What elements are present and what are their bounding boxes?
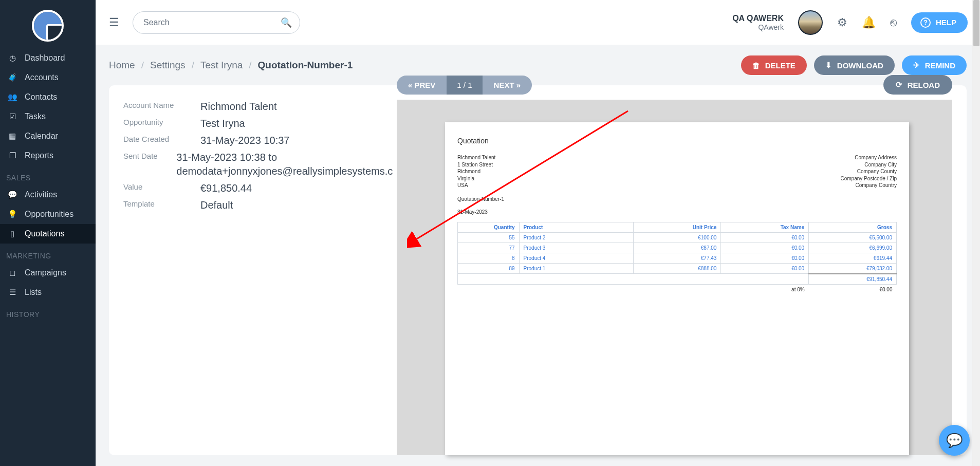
prev-page-button[interactable]: « PREV (397, 76, 447, 95)
doc-date: 31-May-2023 (457, 209, 897, 215)
help-label: HELP (936, 18, 956, 27)
settings-icon[interactable]: ⚙ (837, 16, 847, 29)
window-scrollbar[interactable] (972, 0, 980, 466)
nav-calendar[interactable]: ▦Calendar (0, 126, 96, 146)
nav-label: Dashboard (25, 53, 65, 63)
nav-campaigns[interactable]: ◻Campaigns (0, 263, 96, 283)
quotation-card: Account NameRichmond Talent OpportunityT… (109, 85, 967, 455)
label-template: Template (123, 198, 200, 208)
button-label: DELETE (765, 61, 796, 70)
page-body: Home/ Settings/ Test Iryna/ Quotation-Nu… (96, 45, 980, 466)
nav-reports[interactable]: ❐Reports (0, 146, 96, 165)
nav-tasks[interactable]: ☑Tasks (0, 107, 96, 126)
button-label: RELOAD (908, 81, 940, 89)
doc-number: Quotation-Number-1 (457, 196, 897, 202)
next-page-button[interactable]: NEXT » (483, 76, 532, 95)
nav-label: Calendar (25, 132, 58, 141)
addr-line: Company Postcode / Zip (841, 175, 897, 182)
line-item: 55Product 2€100.00€0.00€5,500.00 (458, 232, 897, 243)
topbar: ☰ 🔍 QA QAWERK QAwerk ⚙ 🔔 ⎋ ?HELP (96, 0, 980, 45)
help-button[interactable]: ?HELP (911, 12, 968, 33)
tax-row: at 0%€0.00 (458, 284, 897, 294)
label-sent: Sent Date (123, 151, 176, 160)
col-gross: Gross (809, 222, 897, 232)
delete-button[interactable]: 🗑DELETE (741, 55, 807, 75)
nav-contacts[interactable]: 👥Contacts (0, 87, 96, 107)
sidebar: ◷Dashboard 🧳Accounts 👥Contacts ☑Tasks ▦C… (0, 0, 96, 466)
line-item: 8Product 4€77.43€0.00€619.44 (458, 253, 897, 263)
list-icon: ☰ (7, 288, 17, 297)
search-icon[interactable]: 🔍 (281, 17, 292, 28)
addr-line: 1 Station Street (457, 161, 495, 169)
nav-section-history: HISTORY (0, 302, 96, 322)
breadcrumb-opp[interactable]: Test Iryna (200, 60, 243, 71)
value-template: Default (200, 198, 233, 212)
line-item: 89Product 1€888.00€0.00€79,032.00 (458, 263, 897, 274)
value-sent: 31-May-2023 10:38 to demodata+jonnyxjone… (176, 151, 397, 178)
nav-label: Tasks (25, 112, 46, 121)
file-icon: ❐ (7, 151, 17, 160)
breadcrumb: Home/ Settings/ Test Iryna/ Quotation-Nu… (109, 60, 353, 71)
doc-icon: ▯ (7, 229, 17, 238)
doc-line-items: Quantity Product Unit Price Tax Name Gro… (457, 222, 897, 294)
send-icon: ✈ (913, 61, 920, 70)
doc-company-address: Company Address Company City Company Cou… (841, 154, 897, 189)
button-label: DOWNLOAD (837, 61, 883, 70)
download-icon: ⬇ (825, 61, 832, 70)
bulb-icon: 💡 (7, 210, 17, 219)
search-input[interactable] (133, 11, 300, 34)
pager: « PREV 1 / 1 NEXT » (397, 76, 532, 95)
document-preview[interactable]: Quotation Richmond Talent 1 Station Stre… (445, 122, 909, 455)
nav-dashboard[interactable]: ◷Dashboard (0, 48, 96, 68)
reload-button[interactable]: ⟳RELOAD (883, 75, 952, 95)
col-unit: Unit Price (633, 222, 721, 232)
col-product: Product (519, 222, 633, 232)
addr-line: Company County (841, 168, 897, 175)
download-button[interactable]: ⬇DOWNLOAD (814, 55, 895, 75)
breadcrumb-current: Quotation-Number-1 (258, 60, 353, 71)
value-created: 31-May-2023 10:37 (200, 134, 289, 147)
nav-label: Quotations (25, 229, 64, 238)
question-icon: ? (920, 17, 931, 28)
nav-label: Campaigns (25, 268, 66, 277)
nav-label: Reports (25, 151, 53, 160)
nav-quotations[interactable]: ▯Quotations (0, 224, 96, 244)
primary-nav: ◷Dashboard 🧳Accounts 👥Contacts ☑Tasks ▦C… (0, 48, 96, 322)
breadcrumb-settings[interactable]: Settings (150, 60, 186, 71)
breadcrumb-home[interactable]: Home (109, 60, 135, 71)
nav-label: Accounts (25, 73, 59, 82)
addr-line: Richmond (457, 168, 495, 175)
subtotal-gross: €91,850.44 (809, 274, 897, 285)
bell-icon[interactable]: 🔔 (862, 16, 876, 29)
user-name: QA QAWERK (732, 13, 784, 23)
nav-lists[interactable]: ☰Lists (0, 283, 96, 302)
nav-label: Activities (25, 190, 57, 199)
user-block[interactable]: QA QAWERK QAwerk (732, 13, 784, 32)
user-org: QAwerk (732, 23, 784, 32)
preview-panel: « PREV 1 / 1 NEXT » ⟳RELOAD Quotation Ri… (397, 100, 952, 455)
addr-line: Virginia (457, 175, 495, 182)
menu-toggle[interactable]: ☰ (105, 12, 123, 33)
nav-accounts[interactable]: 🧳Accounts (0, 68, 96, 87)
logout-icon[interactable]: ⎋ (890, 16, 897, 29)
addr-line: Company Country (841, 182, 897, 189)
nav-label: Contacts (25, 92, 57, 102)
comment-icon: 💬 (7, 190, 17, 199)
remind-button[interactable]: ✈REMIND (902, 55, 967, 75)
gauge-icon: ◷ (7, 53, 17, 63)
search-wrap: 🔍 (133, 11, 300, 34)
nav-label: Lists (25, 288, 42, 297)
app-logo (0, 7, 96, 44)
col-tax: Tax Name (721, 222, 809, 232)
briefcase-icon: 🧳 (7, 73, 17, 82)
addr-line: Company Address (841, 154, 897, 161)
value-account: Richmond Talent (200, 100, 277, 114)
main-pane: ☰ 🔍 QA QAWERK QAwerk ⚙ 🔔 ⎋ ?HELP (96, 0, 980, 466)
chat-fab[interactable]: 💬 (939, 425, 970, 456)
nav-opportunities[interactable]: 💡Opportunities (0, 204, 96, 224)
avatar[interactable] (798, 10, 823, 35)
nav-activities[interactable]: 💬Activities (0, 185, 96, 204)
label-account: Account Name (123, 100, 200, 109)
button-label: REMIND (925, 61, 955, 70)
addr-line: USA (457, 182, 495, 189)
